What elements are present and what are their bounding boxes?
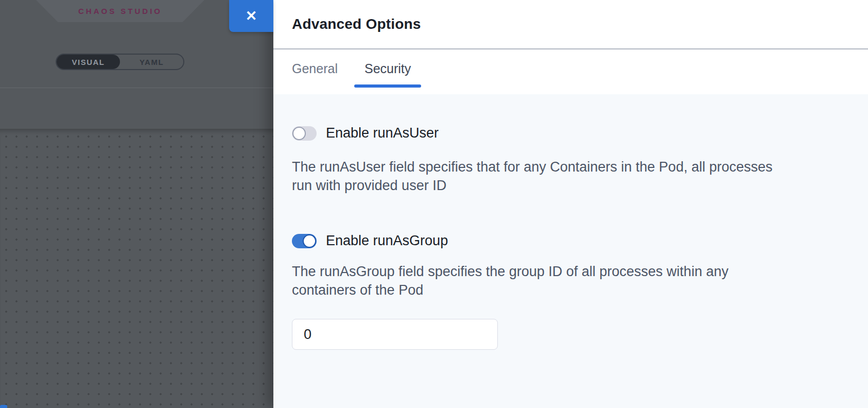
toggle-knob	[303, 234, 316, 248]
drawer-tabs: General Security	[273, 49, 868, 94]
chaos-studio-banner: CHAOS STUDIO	[36, 0, 204, 22]
visual-yaml-switch[interactable]: VISUAL YAML	[56, 54, 184, 70]
description-line: containers of the Pod	[292, 281, 830, 299]
advanced-options-drawer: Advanced Options General Security Enable…	[273, 0, 868, 408]
run-as-user-toggle[interactable]	[292, 126, 317, 141]
close-icon: ✕	[246, 9, 257, 23]
close-drawer-button[interactable]: ✕	[229, 0, 273, 32]
visual-mode-button[interactable]: VISUAL	[57, 55, 120, 69]
drawer-header: Advanced Options	[273, 0, 868, 49]
yaml-mode-button[interactable]: YAML	[120, 55, 183, 69]
chaos-studio-screen: CHAOS STUDIO VISUAL YAML Advanced Option…	[0, 0, 868, 408]
tab-security[interactable]: Security	[364, 49, 411, 89]
canvas-corner-control[interactable]	[0, 405, 7, 408]
tab-general[interactable]: General	[292, 49, 338, 89]
run-as-group-toggle[interactable]	[292, 234, 317, 248]
description-line: run with provided user ID	[292, 176, 830, 195]
dimmed-background: CHAOS STUDIO VISUAL YAML	[0, 0, 273, 408]
security-tab-panel: Enable runAsUser The runAsUser field spe…	[273, 94, 868, 408]
run-as-group-id-input[interactable]	[292, 319, 498, 350]
run-as-user-row: Enable runAsUser	[292, 125, 847, 141]
run-as-user-label: Enable runAsUser	[326, 125, 439, 141]
description-line: The runAsGroup field specifies the group…	[292, 262, 830, 281]
description-line: The runAsUser field specifies that for a…	[292, 158, 830, 176]
run-as-user-description: The runAsUser field specifies that for a…	[292, 158, 830, 195]
chaos-studio-banner-label: CHAOS STUDIO	[78, 7, 162, 15]
run-as-group-row: Enable runAsGroup	[292, 233, 847, 249]
dotted-canvas	[0, 129, 273, 408]
header-divider	[0, 88, 273, 88]
toggle-knob	[292, 127, 306, 140]
drawer-title: Advanced Options	[292, 16, 421, 32]
run-as-group-label: Enable runAsGroup	[326, 233, 448, 249]
run-as-group-description: The runAsGroup field specifies the group…	[292, 262, 830, 299]
